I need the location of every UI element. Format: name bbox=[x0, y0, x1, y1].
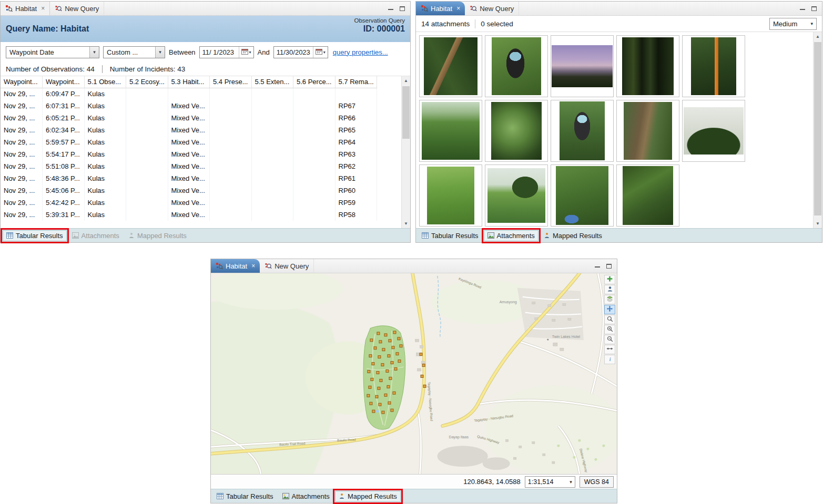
table-cell[interactable]: RP62 bbox=[335, 160, 377, 172]
column-header[interactable]: 5.6 Perce... bbox=[293, 76, 336, 88]
waypoint-marker[interactable] bbox=[367, 394, 370, 397]
table-cell[interactable]: Nov 29, ... bbox=[1, 172, 43, 184]
table-cell[interactable]: Kulas bbox=[84, 124, 126, 136]
table-cell[interactable]: Kulas bbox=[84, 209, 126, 221]
table-row[interactable]: Nov 29, ...5:45:06 P...KulasMixed Ve...R… bbox=[1, 184, 377, 197]
waypoint-marker[interactable] bbox=[382, 411, 384, 414]
table-cell[interactable]: Kulas bbox=[84, 160, 126, 172]
waypoint-marker[interactable] bbox=[379, 403, 381, 406]
zoom-in-button[interactable] bbox=[604, 325, 615, 334]
table-cell[interactable] bbox=[293, 100, 336, 112]
table-cell[interactable]: Kulas bbox=[84, 148, 126, 160]
pan-button[interactable] bbox=[604, 305, 615, 314]
table-cell[interactable]: Nov 29, ... bbox=[1, 88, 43, 100]
waypoint-marker[interactable] bbox=[375, 395, 378, 398]
table-cell[interactable]: 6:05:21 P... bbox=[43, 112, 85, 124]
table-cell[interactable] bbox=[126, 197, 168, 209]
field-dropdown[interactable]: Waypoint Date ▾ bbox=[6, 46, 99, 58]
date-picker-button[interactable]: ▾ bbox=[313, 47, 328, 58]
table-cell[interactable] bbox=[293, 209, 336, 221]
waypoint-marker[interactable] bbox=[382, 348, 385, 351]
table-row[interactable]: Nov 29, ...5:59:57 P...KulasMixed Ve...R… bbox=[1, 136, 377, 148]
table-cell[interactable] bbox=[210, 88, 252, 100]
table-cell[interactable] bbox=[335, 88, 377, 100]
table-cell[interactable]: 6:07:31 P... bbox=[43, 100, 85, 112]
tab-habitat[interactable]: Habitat × bbox=[1, 2, 50, 15]
result-tab-mapped-results[interactable]: Mapped Results bbox=[335, 491, 401, 502]
table-cell[interactable]: Nov 29, ... bbox=[1, 160, 43, 172]
table-cell[interactable]: 5:39:31 P... bbox=[43, 209, 85, 221]
info-button[interactable]: i bbox=[604, 355, 615, 364]
table-cell[interactable] bbox=[293, 148, 336, 160]
waypoint-marker[interactable] bbox=[396, 353, 399, 355]
result-tab-attachments[interactable]: Attachments bbox=[484, 230, 538, 241]
table-cell[interactable] bbox=[293, 197, 336, 209]
table-cell[interactable]: RP60 bbox=[335, 184, 377, 197]
waypoint-marker[interactable] bbox=[391, 409, 393, 412]
table-row[interactable]: Nov 29, ...5:48:36 P...KulasMixed Ve...R… bbox=[1, 172, 377, 184]
table-cell[interactable] bbox=[251, 160, 293, 172]
table-cell[interactable]: Mixed Ve... bbox=[168, 197, 210, 209]
attachment-thumbnail-gps-on-tea-bushes[interactable] bbox=[485, 35, 548, 97]
table-cell[interactable]: 5:45:06 P... bbox=[43, 184, 85, 197]
attachment-thumbnail-purple-dusk-sky[interactable] bbox=[551, 35, 614, 97]
chevron-down-icon[interactable]: ▾ bbox=[89, 47, 99, 58]
waypoint-marker[interactable] bbox=[387, 385, 390, 388]
waypoint-marker[interactable] bbox=[398, 360, 401, 363]
column-header[interactable]: 5.4 Prese... bbox=[210, 76, 252, 88]
tab-new-query[interactable]: New Query bbox=[465, 2, 519, 15]
table-cell[interactable]: Nov 29, ... bbox=[1, 184, 43, 197]
waypoint-marker[interactable] bbox=[386, 370, 389, 373]
waypoint-marker[interactable] bbox=[393, 392, 395, 394]
table-cell[interactable] bbox=[210, 209, 252, 221]
table-cell[interactable]: Nov 29, ... bbox=[1, 112, 43, 124]
waypoint-marker[interactable] bbox=[421, 375, 423, 377]
waypoint-marker[interactable] bbox=[371, 378, 373, 380]
scroll-down-icon[interactable]: ▼ bbox=[814, 219, 822, 228]
table-cell[interactable] bbox=[210, 160, 252, 172]
waypoint-marker[interactable] bbox=[423, 385, 426, 387]
table-cell[interactable] bbox=[210, 112, 252, 124]
table-cell[interactable]: Nov 29, ... bbox=[1, 124, 43, 136]
waypoint-marker[interactable] bbox=[384, 394, 387, 396]
end-date-input[interactable]: 11/30/2023 ▾ bbox=[273, 46, 328, 58]
layers-button[interactable] bbox=[604, 295, 615, 304]
table-cell[interactable] bbox=[210, 197, 252, 209]
start-date-input[interactable]: 11/ 1/2023 ▾ bbox=[199, 46, 254, 58]
waypoint-marker[interactable] bbox=[370, 339, 373, 342]
column-header[interactable]: 5.2 Ecosy... bbox=[126, 76, 168, 88]
table-cell[interactable]: Nov 29, ... bbox=[1, 209, 43, 221]
result-tab-attachments[interactable]: Attachments bbox=[279, 491, 333, 502]
zoom-box-button[interactable] bbox=[604, 315, 615, 324]
table-cell[interactable]: 5:59:57 P... bbox=[43, 136, 85, 148]
map[interactable]: AmusyongTwin Lakes HotelDayap ItaasKayti… bbox=[211, 273, 617, 474]
table-cell[interactable] bbox=[210, 136, 252, 148]
table-cell[interactable] bbox=[210, 124, 252, 136]
table-cell[interactable]: RP61 bbox=[335, 172, 377, 184]
table-cell[interactable]: Nov 29, ... bbox=[1, 136, 43, 148]
waypoint-marker[interactable] bbox=[377, 332, 380, 335]
table-cell[interactable]: Kulas bbox=[84, 184, 126, 197]
identify-button[interactable] bbox=[604, 285, 615, 294]
close-icon[interactable]: × bbox=[456, 5, 460, 12]
attachment-thumbnail-forest-floor-with-pole[interactable] bbox=[419, 35, 482, 97]
table-row[interactable]: Nov 29, ...6:05:21 P...KulasMixed Ve...R… bbox=[1, 112, 377, 124]
attachment-thumbnail-hedge-with-gps[interactable] bbox=[551, 164, 614, 227]
attachment-thumbnail-fern-foliage[interactable] bbox=[485, 100, 548, 162]
waypoint-marker[interactable] bbox=[369, 355, 372, 357]
column-header[interactable]: 5.7 Rema... bbox=[335, 76, 377, 88]
table-cell[interactable] bbox=[251, 136, 293, 148]
table-cell[interactable]: Kulas bbox=[84, 197, 126, 209]
table-cell[interactable] bbox=[293, 112, 336, 124]
table-cell[interactable] bbox=[126, 112, 168, 124]
waypoint-marker[interactable] bbox=[381, 364, 384, 366]
table-cell[interactable] bbox=[293, 160, 336, 172]
table-cell[interactable] bbox=[126, 209, 168, 221]
minimize-icon[interactable] bbox=[800, 6, 805, 11]
waypoint-marker[interactable] bbox=[391, 362, 393, 364]
chevron-down-icon[interactable]: ▾ bbox=[155, 47, 165, 58]
waypoint-marker[interactable] bbox=[398, 337, 400, 340]
table-cell[interactable] bbox=[251, 197, 293, 209]
table-cell[interactable]: RP59 bbox=[335, 197, 377, 209]
scrollbar-thumb[interactable] bbox=[402, 86, 410, 139]
